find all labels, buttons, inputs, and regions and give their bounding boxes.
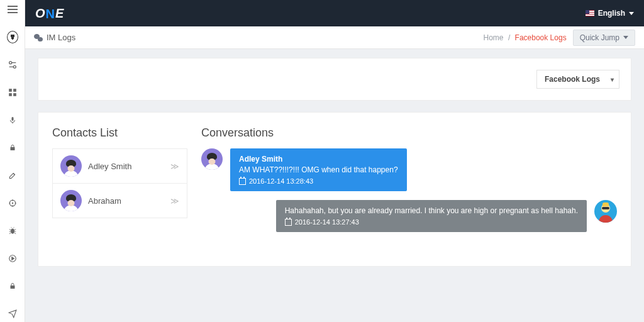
- calendar-icon: [239, 178, 246, 185]
- soccer-icon[interactable]: [7, 31, 18, 43]
- svg-rect-7: [10, 147, 14, 150]
- message-text: Hahahahah, but you are already married. …: [285, 206, 578, 215]
- topbar: ONE English: [25, 0, 644, 26]
- message-bubble-outgoing: Hahahahah, but you are already married. …: [276, 200, 587, 232]
- language-selector[interactable]: English: [586, 9, 634, 18]
- svg-rect-2: [9, 89, 12, 92]
- contacts-panel: Contacts List Adley Smith ≫ Abraham ≫: [52, 126, 187, 241]
- left-rail: [0, 0, 25, 322]
- flag-us-icon: [586, 10, 594, 16]
- quick-jump-label: Quick Jump: [580, 33, 619, 42]
- language-label: English: [598, 9, 625, 18]
- avatar: [60, 190, 82, 211]
- user-lock-icon[interactable]: [7, 142, 18, 153]
- svg-rect-3: [13, 89, 16, 92]
- svg-point-0: [9, 62, 11, 64]
- contact-item[interactable]: Abraham ≫: [53, 184, 187, 218]
- svg-rect-12: [10, 286, 14, 289]
- svg-point-1: [13, 65, 16, 68]
- mic-icon[interactable]: [7, 114, 18, 126]
- chevron-right-icon: ≫: [170, 162, 179, 171]
- logo-text-n: N: [46, 7, 55, 21]
- avatar: [201, 148, 223, 170]
- svg-rect-6: [11, 117, 13, 121]
- conversations-heading: Conversations: [201, 126, 617, 140]
- grid-icon[interactable]: [7, 87, 18, 98]
- chevron-right-icon: ≫: [170, 196, 179, 206]
- message-timestamp: 2016-12-14 13:27:43: [285, 218, 578, 226]
- content-area: Facebook Logs Contacts List Adley Smith …: [25, 49, 644, 322]
- breadcrumb-separator: /: [506, 33, 513, 42]
- message-row: Adley Smith AM WHAT??!!!?!!! OMG when di…: [201, 148, 617, 191]
- send-icon[interactable]: [7, 308, 18, 319]
- message-text: AM WHAT??!!!?!!! OMG when did that happe…: [239, 165, 398, 174]
- calendar-icon: [285, 219, 292, 226]
- svg-point-10: [11, 229, 14, 234]
- breadcrumb-home[interactable]: Home: [484, 33, 504, 42]
- message-bubble-incoming: Adley Smith AM WHAT??!!!?!!! OMG when di…: [230, 148, 407, 191]
- contacts-list: Adley Smith ≫ Abraham ≫: [52, 148, 187, 218]
- play-icon[interactable]: [7, 253, 18, 264]
- avatar: [594, 200, 617, 223]
- target-icon[interactable]: [7, 197, 18, 209]
- message-timestamp: 2016-12-14 13:28:43: [239, 177, 398, 185]
- subheader: IM Logs Home / Facebook Logs Quick Jump: [25, 26, 644, 49]
- contacts-heading: Contacts List: [52, 126, 187, 140]
- logo: ONE: [35, 6, 64, 21]
- message-from: Adley Smith: [239, 155, 398, 164]
- im-icon: [34, 34, 43, 42]
- page-title: IM Logs: [47, 33, 75, 42]
- chevron-down-icon: [629, 12, 634, 15]
- settings-icon[interactable]: [7, 59, 18, 70]
- filter-card: Facebook Logs: [38, 58, 631, 101]
- bug-icon[interactable]: [7, 225, 18, 236]
- svg-rect-5: [13, 93, 16, 96]
- breadcrumb: Home / Facebook Logs: [484, 33, 567, 42]
- quick-jump-button[interactable]: Quick Jump: [573, 30, 635, 46]
- logo-text-o: O: [35, 6, 46, 20]
- contact-name: Adley Smith: [88, 162, 164, 171]
- log-type-selected: Facebook Logs: [545, 75, 600, 84]
- breadcrumb-current: Facebook Logs: [515, 33, 567, 42]
- conversations-panel: Conversations Adley Smith AM WHAT??!!!?!…: [201, 126, 617, 241]
- svg-point-9: [12, 203, 13, 203]
- chevron-down-icon: [623, 36, 628, 39]
- lock-icon[interactable]: [7, 280, 18, 292]
- log-type-select[interactable]: Facebook Logs: [536, 70, 619, 89]
- edit-icon[interactable]: [7, 170, 18, 181]
- message-row: Hahahahah, but you are already married. …: [201, 200, 617, 232]
- contact-item[interactable]: Adley Smith ≫: [53, 149, 187, 184]
- contact-name: Abraham: [88, 196, 164, 206]
- avatar: [60, 155, 82, 177]
- svg-rect-4: [9, 93, 12, 96]
- menu-icon[interactable]: [7, 4, 18, 15]
- logo-text-e: E: [55, 6, 64, 20]
